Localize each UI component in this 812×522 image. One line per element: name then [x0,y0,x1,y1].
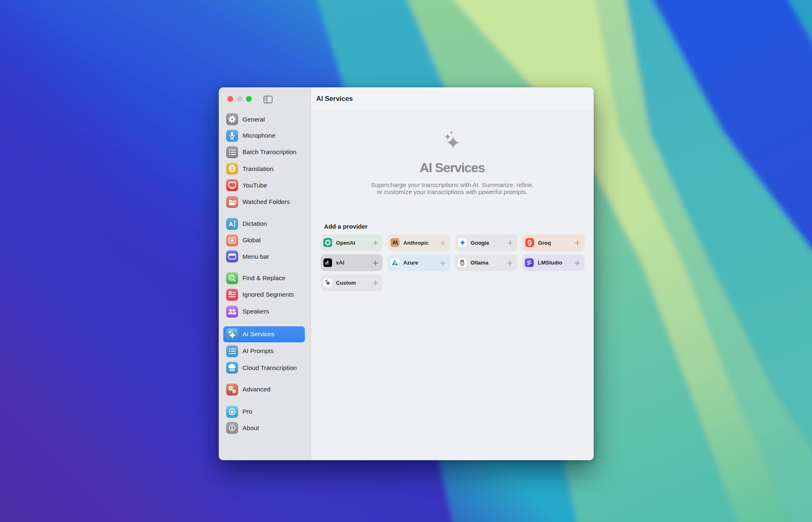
svg-text:A: A [229,220,233,227]
svg-text:A: A [392,240,396,246]
